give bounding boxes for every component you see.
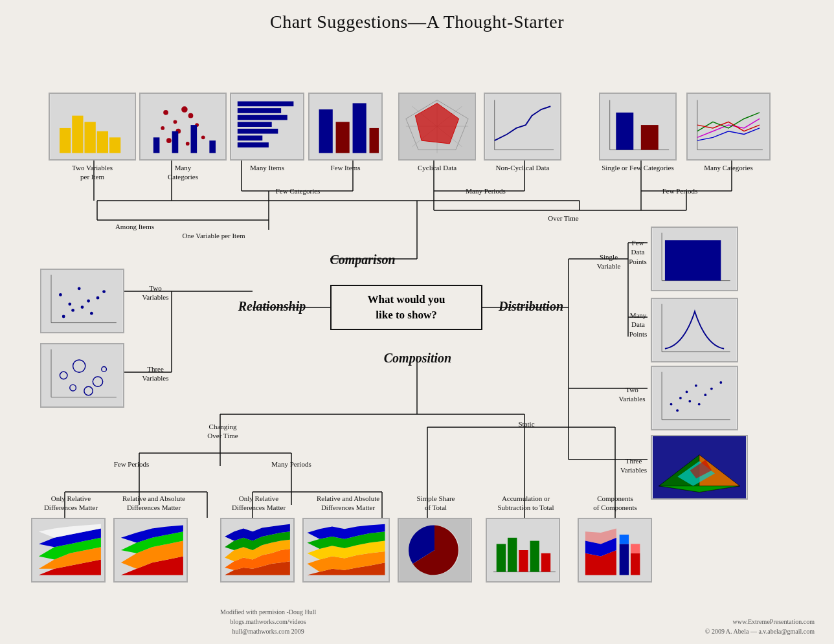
- svg-point-78: [166, 138, 172, 143]
- label-many-cats2: Many Categories: [686, 163, 771, 172]
- svg-point-123: [71, 309, 74, 312]
- svg-rect-87: [238, 115, 287, 120]
- footer-right: www.ExtremePresentation.com© 2009 A. Abe…: [705, 617, 815, 636]
- center-question-text: What would youlike to show?: [368, 292, 445, 323]
- thumb-comp-components: [578, 518, 652, 583]
- svg-rect-110: [616, 113, 633, 150]
- label-dist-many-dp: ManyDataPoints: [620, 311, 656, 339]
- svg-rect-200: [620, 544, 629, 575]
- svg-point-122: [96, 296, 100, 300]
- svg-point-77: [201, 135, 205, 139]
- svg-point-125: [62, 315, 65, 318]
- label-many-cats: ManyCategories: [139, 163, 227, 182]
- label-rel-two-vars: TwoVariables: [130, 283, 181, 302]
- svg-point-71: [174, 120, 177, 124]
- svg-rect-194: [530, 541, 539, 572]
- thumb-many-cats2: [686, 93, 771, 161]
- thumb-dist-many-dp: [651, 298, 738, 362]
- svg-point-121: [87, 300, 90, 303]
- svg-rect-202: [631, 553, 640, 575]
- svg-point-70: [163, 110, 168, 115]
- label-dist-three-vars: ThreeVariables: [613, 456, 655, 475]
- label-few-items: Few Items: [308, 163, 383, 172]
- svg-point-126: [102, 290, 106, 293]
- svg-point-154: [698, 403, 701, 406]
- thumb-comp-waterfall: [486, 518, 560, 583]
- svg-rect-191: [497, 544, 506, 572]
- svg-point-147: [670, 403, 673, 406]
- svg-rect-111: [641, 125, 659, 150]
- svg-point-76: [188, 113, 194, 118]
- thumb-two-vars: [49, 93, 136, 161]
- svg-rect-86: [238, 108, 281, 113]
- svg-point-150: [695, 384, 697, 387]
- svg-rect-94: [336, 122, 350, 153]
- label-comp-static: Static: [504, 419, 549, 428]
- svg-rect-89: [238, 129, 278, 134]
- label-cyclical: Cyclical Data: [398, 163, 476, 172]
- svg-point-72: [181, 106, 188, 113]
- svg-rect-80: [153, 137, 160, 153]
- thumb-comp-many-only-rel: [220, 518, 295, 583]
- thumb-rel-two-vars: [40, 269, 124, 333]
- svg-rect-203: [631, 544, 640, 553]
- label-comp-many-only-rel: Only RelativeDifferences Matter: [215, 494, 302, 513]
- svg-point-153: [688, 400, 691, 403]
- thumb-comp-pie: [398, 518, 472, 583]
- label-comp-changing: ChangingOver Time: [184, 422, 262, 441]
- svg-point-127: [81, 305, 84, 309]
- label-dist-single-var: SingleVariable: [589, 252, 628, 271]
- svg-rect-140: [665, 240, 721, 280]
- svg-rect-82: [191, 125, 197, 153]
- label-comp-few-periods: Few Periods: [96, 460, 167, 469]
- node-relationship: Relationship: [220, 299, 324, 314]
- svg-point-152: [710, 388, 713, 390]
- svg-rect-95: [353, 103, 366, 153]
- label-few-periods: Few Periods: [615, 186, 745, 195]
- label-non-cyclical: Non-Cyclical Data: [484, 163, 561, 172]
- label-comp-few-only-rel: Only RelativeDifferences Matter: [27, 494, 115, 513]
- label-comp-simple-share: Simple Shareof Total: [394, 494, 478, 513]
- svg-rect-68: [109, 137, 120, 153]
- page-title: Chart Suggestions—A Thought-Starter: [0, 0, 834, 32]
- label-many-items: Many Items: [230, 163, 304, 172]
- svg-rect-96: [370, 128, 379, 153]
- svg-rect-192: [508, 538, 517, 572]
- thumb-rel-three-vars: [40, 343, 124, 408]
- label-comp-many-rel-abs: Relative and AbsoluteDifferences Matter: [298, 494, 398, 513]
- page: Chart Suggestions—A Thought-Starter: [0, 0, 834, 644]
- svg-rect-65: [72, 116, 83, 153]
- thumb-comp-many-rel-abs: [302, 518, 390, 583]
- svg-point-119: [68, 302, 71, 305]
- svg-rect-93: [319, 109, 333, 153]
- node-composition: Composition: [366, 351, 469, 366]
- thumb-comp-few-rel-abs: [113, 518, 188, 583]
- thumb-non-cyclical: [484, 93, 561, 161]
- thumb-dist-three-vars: [651, 435, 748, 500]
- svg-rect-107: [600, 94, 675, 159]
- svg-rect-201: [620, 535, 629, 544]
- thumb-cyclical: [398, 93, 476, 161]
- label-comp-few-rel-abs: Relative and AbsoluteDifferences Matter: [107, 494, 201, 513]
- thumb-single-few-cats: [599, 93, 677, 161]
- svg-rect-195: [541, 553, 550, 572]
- label-few-cats: Few Categories: [233, 186, 363, 195]
- thumb-few-items: [308, 93, 383, 161]
- svg-rect-67: [97, 131, 108, 153]
- svg-point-149: [686, 390, 688, 393]
- svg-rect-91: [238, 142, 269, 148]
- svg-point-151: [704, 394, 706, 396]
- svg-rect-66: [84, 122, 95, 153]
- svg-point-118: [59, 293, 62, 296]
- label-comp-accumulation: Accumulation orSubtraction to Total: [480, 494, 571, 513]
- label-comp-many-periods: Many Periods: [253, 460, 330, 469]
- svg-point-148: [679, 397, 682, 399]
- thumb-many-items: [230, 93, 304, 161]
- center-question-box: What would youlike to show?: [330, 285, 482, 330]
- label-among-items: Among Items: [96, 222, 174, 231]
- node-distribution: Distribution: [479, 299, 583, 314]
- svg-rect-85: [238, 102, 294, 107]
- label-one-var: One Variable per Item: [149, 231, 278, 240]
- label-many-periods: Many Periods: [421, 186, 550, 195]
- svg-point-75: [161, 126, 164, 130]
